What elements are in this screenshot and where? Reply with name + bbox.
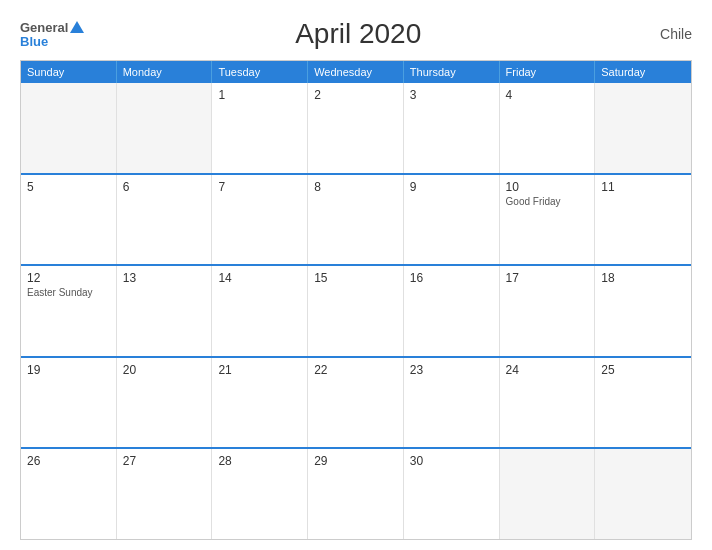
- day-number: 12: [27, 271, 110, 285]
- day-cell: 3: [404, 83, 500, 173]
- weeks: 12345678910Good Friday1112Easter Sunday1…: [21, 83, 691, 539]
- day-number: 5: [27, 180, 110, 194]
- day-cell: [117, 83, 213, 173]
- week-row-1: 1234: [21, 83, 691, 173]
- day-header-thursday: Thursday: [404, 61, 500, 83]
- day-number: 8: [314, 180, 397, 194]
- week-row-3: 12Easter Sunday131415161718: [21, 264, 691, 356]
- day-cell: 9: [404, 175, 500, 265]
- day-number: 29: [314, 454, 397, 468]
- day-number: 11: [601, 180, 685, 194]
- day-cell: 4: [500, 83, 596, 173]
- day-cell: 22: [308, 358, 404, 448]
- page-title: April 2020: [84, 18, 632, 50]
- day-cell: 27: [117, 449, 213, 539]
- day-header-tuesday: Tuesday: [212, 61, 308, 83]
- day-number: 24: [506, 363, 589, 377]
- day-number: 4: [506, 88, 589, 102]
- day-cell: 10Good Friday: [500, 175, 596, 265]
- logo-blue: Blue: [20, 35, 84, 48]
- day-number: 21: [218, 363, 301, 377]
- logo-general: General: [20, 21, 68, 34]
- day-header-sunday: Sunday: [21, 61, 117, 83]
- day-number: 13: [123, 271, 206, 285]
- day-number: 7: [218, 180, 301, 194]
- day-header-monday: Monday: [117, 61, 213, 83]
- day-cell: 20: [117, 358, 213, 448]
- day-number: 17: [506, 271, 589, 285]
- day-cell: 15: [308, 266, 404, 356]
- day-cell: 7: [212, 175, 308, 265]
- day-number: 6: [123, 180, 206, 194]
- day-cell: 24: [500, 358, 596, 448]
- day-cell: 28: [212, 449, 308, 539]
- day-number: 1: [218, 88, 301, 102]
- day-cell: 6: [117, 175, 213, 265]
- day-cell: 8: [308, 175, 404, 265]
- day-number: 16: [410, 271, 493, 285]
- calendar: SundayMondayTuesdayWednesdayThursdayFrid…: [20, 60, 692, 540]
- day-cell: 29: [308, 449, 404, 539]
- logo: General Blue: [20, 21, 84, 48]
- day-cell: [595, 83, 691, 173]
- day-cell: 2: [308, 83, 404, 173]
- day-number: 9: [410, 180, 493, 194]
- week-row-4: 19202122232425: [21, 356, 691, 448]
- day-number: 26: [27, 454, 110, 468]
- day-number: 19: [27, 363, 110, 377]
- day-headers: SundayMondayTuesdayWednesdayThursdayFrid…: [21, 61, 691, 83]
- day-cell: 25: [595, 358, 691, 448]
- day-number: 10: [506, 180, 589, 194]
- day-cell: 23: [404, 358, 500, 448]
- day-number: 23: [410, 363, 493, 377]
- day-cell: 30: [404, 449, 500, 539]
- day-number: 14: [218, 271, 301, 285]
- day-cell: 16: [404, 266, 500, 356]
- day-number: 27: [123, 454, 206, 468]
- day-number: 15: [314, 271, 397, 285]
- calendar-page: General Blue April 2020 Chile SundayMond…: [0, 0, 712, 550]
- holiday-label: Good Friday: [506, 196, 589, 207]
- week-row-2: 5678910Good Friday11: [21, 173, 691, 265]
- logo-triangle-icon: [70, 21, 84, 33]
- day-cell: 18: [595, 266, 691, 356]
- day-cell: [500, 449, 596, 539]
- day-cell: [21, 83, 117, 173]
- day-cell: 12Easter Sunday: [21, 266, 117, 356]
- day-number: 20: [123, 363, 206, 377]
- day-number: 18: [601, 271, 685, 285]
- day-header-wednesday: Wednesday: [308, 61, 404, 83]
- day-cell: 13: [117, 266, 213, 356]
- day-cell: 5: [21, 175, 117, 265]
- day-cell: [595, 449, 691, 539]
- header: General Blue April 2020 Chile: [20, 18, 692, 50]
- day-header-saturday: Saturday: [595, 61, 691, 83]
- day-cell: 14: [212, 266, 308, 356]
- day-cell: 19: [21, 358, 117, 448]
- day-cell: 26: [21, 449, 117, 539]
- day-cell: 17: [500, 266, 596, 356]
- day-number: 22: [314, 363, 397, 377]
- holiday-label: Easter Sunday: [27, 287, 110, 298]
- day-number: 3: [410, 88, 493, 102]
- day-number: 28: [218, 454, 301, 468]
- country-label: Chile: [632, 26, 692, 42]
- day-header-friday: Friday: [500, 61, 596, 83]
- day-number: 30: [410, 454, 493, 468]
- week-row-5: 2627282930: [21, 447, 691, 539]
- day-cell: 21: [212, 358, 308, 448]
- day-cell: 11: [595, 175, 691, 265]
- day-number: 2: [314, 88, 397, 102]
- day-number: 25: [601, 363, 685, 377]
- day-cell: 1: [212, 83, 308, 173]
